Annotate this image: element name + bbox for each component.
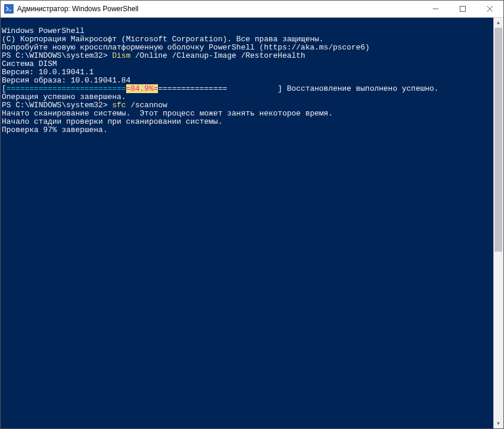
- vertical-scrollbar[interactable]: ▲ ▼: [493, 18, 503, 428]
- output-line: Windows PowerShell: [2, 27, 503, 35]
- command-args: /Online /Cleanup-Image /RestoreHealth: [130, 51, 305, 60]
- window-title: Администратор: Windows PowerShell: [17, 5, 422, 13]
- prompt-line: PS C:\WINDOWS\system32> Dism /Online /Cl…: [2, 52, 503, 60]
- scroll-down-arrow[interactable]: ▼: [493, 418, 503, 428]
- command: Dism: [112, 51, 130, 60]
- powershell-icon: [4, 4, 14, 14]
- command: sfc: [112, 101, 126, 110]
- output-line: Версия образа: 10.0.19041.84: [2, 77, 503, 85]
- progress-status: Восстановление выполнено успешно.: [287, 84, 439, 93]
- maximize-button[interactable]: [449, 1, 476, 17]
- scroll-track[interactable]: [493, 28, 503, 418]
- minimize-button[interactable]: [422, 1, 449, 17]
- scroll-thumb[interactable]: [495, 28, 502, 252]
- terminal-output[interactable]: Windows PowerShell(C) Корпорация Майкрос…: [1, 18, 503, 428]
- progress-line: [===========================84.9%=======…: [2, 85, 503, 93]
- close-button[interactable]: [476, 1, 503, 17]
- powershell-window: Администратор: Windows PowerShell Window…: [0, 0, 504, 429]
- prompt-line: PS C:\WINDOWS\system32> sfc /scannow: [2, 101, 503, 110]
- titlebar[interactable]: Администратор: Windows PowerShell: [1, 1, 503, 18]
- window-controls: [422, 1, 503, 17]
- output-line: Версия: 10.0.19041.1: [2, 68, 503, 77]
- output-line: Проверка 97% завершена.: [2, 126, 503, 134]
- output-line: (C) Корпорация Майкрософт (Microsoft Cor…: [2, 35, 503, 44]
- progress-fill: ==========================: [6, 84, 126, 93]
- progress-remainder: =============== ]: [158, 84, 286, 93]
- output-line: Начало стадии проверки при сканировании …: [2, 118, 503, 126]
- output-line: Cистема DISM: [2, 60, 503, 68]
- progress-bracket: [: [2, 84, 6, 93]
- scroll-up-arrow[interactable]: ▲: [493, 18, 503, 28]
- svg-rect-3: [460, 6, 466, 12]
- progress-percent: =84.9%=: [126, 84, 159, 93]
- output-line: Начато сканирование системы. Этот процес…: [2, 110, 503, 118]
- command-args: /scannow: [126, 101, 167, 110]
- prompt: PS C:\WINDOWS\system32>: [2, 51, 112, 60]
- output-line: Операция успешно завершена.: [2, 93, 503, 101]
- prompt: PS C:\WINDOWS\system32>: [2, 101, 112, 110]
- output-line: Попробуйте новую кроссплатформенную обол…: [2, 44, 503, 52]
